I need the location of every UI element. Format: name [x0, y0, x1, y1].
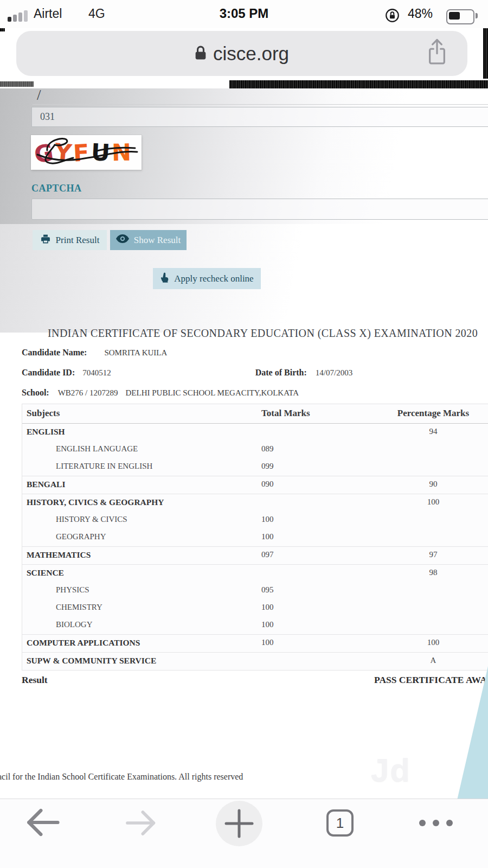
subject-cell: HISTORY & CIVICS [56, 515, 127, 524]
form-divider [33, 104, 488, 105]
table-row: SUPW & COMMUNITY SERVICEA [22, 652, 488, 670]
certificate-title: INDIAN CERTIFICATE OF SECONDARY EDUCATIO… [48, 327, 478, 340]
photo-noise-midband-left [0, 81, 34, 87]
school-name-value: DELHI PUBLIC SCHOOL MEGACITY,KOLKATA [126, 388, 299, 397]
header-percentage-marks: Percentage Marks [389, 408, 478, 419]
percentage-marks-cell: 97 [389, 550, 478, 559]
candidate-name-label: Candidate Name: [22, 348, 87, 357]
candidate-id-row: Candidate ID: 7040512 Date of Birth: 14/… [22, 368, 352, 378]
table-row: PHYSICS095 [22, 582, 488, 599]
candidate-id-label: Candidate ID: [22, 368, 75, 377]
copyright-text: acil for the Indian School Certificate E… [0, 772, 243, 782]
subject-cell: GEOGRAPHY [56, 532, 106, 541]
captcha-input[interactable] [31, 199, 488, 220]
table-row: SCIENCE98 [22, 564, 488, 582]
candidate-name-value: SOMRITA KUILA [104, 348, 167, 357]
percentage-marks-cell: 94 [389, 427, 478, 436]
percentage-marks-cell: 98 [389, 568, 478, 577]
subject-cell: SCIENCE [27, 568, 64, 578]
photo-blue-wedge [455, 666, 488, 799]
table-row: BENGALI09090 [22, 476, 488, 494]
dob-value: 14/07/2003 [316, 368, 352, 377]
school-code-value: WB276 / 1207289 [58, 388, 118, 397]
subject-cell: HISTORY, CIVICS & GEOGRAPHY [27, 497, 164, 507]
percentage-marks-cell: 90 [389, 480, 478, 489]
subject-cell: MATHEMATICS [27, 550, 91, 560]
apply-recheck-button[interactable]: Apply recheck online [153, 268, 261, 289]
dob-label: Date of Birth: [255, 368, 307, 377]
marks-table: Subjects Total Marks Percentage Marks EN… [22, 404, 488, 671]
total-marks-cell: 100 [261, 515, 321, 524]
marks-table-body: ENGLISH94ENGLISH LANGUAGE089LITERATURE I… [22, 424, 488, 670]
jd-watermark: Jd [371, 751, 411, 789]
table-row: COMPUTER APPLICATIONS100100 [22, 634, 488, 652]
print-result-button[interactable]: Print Result [33, 230, 107, 250]
table-row: LITERATURE IN ENGLISH099 [22, 458, 488, 476]
subject-cell: BENGALI [27, 480, 66, 489]
table-row: GEOGRAPHY100 [22, 529, 488, 546]
captcha-label: CAPTCHA [31, 183, 82, 194]
percentage-marks-cell: A [389, 656, 478, 665]
total-marks-cell: 090 [261, 480, 321, 489]
back-button[interactable] [25, 806, 61, 841]
table-row: HISTORY & CIVICS100 [22, 512, 488, 529]
rotation-lock-icon [385, 8, 400, 25]
battery-icon [446, 9, 474, 24]
ellipsis-dot [419, 820, 426, 826]
school-row: School: WB276 / 1207289 DELHI PUBLIC SCH… [22, 388, 299, 398]
address-bar[interactable]: cisce.org [16, 31, 467, 76]
tab-count-label: 1 [336, 815, 344, 832]
table-row: MATHEMATICS09797 [22, 546, 488, 564]
printer-icon [40, 234, 51, 247]
show-result-button[interactable]: Show Result [110, 230, 187, 250]
ellipsis-dot [446, 820, 453, 826]
forward-button[interactable] [125, 808, 157, 840]
marks-table-header: Subjects Total Marks Percentage Marks [22, 404, 488, 424]
truncated-label-slash: / [37, 87, 41, 104]
table-row: HISTORY, CIVICS & GEOGRAPHY100 [22, 494, 488, 512]
subject-cell: COMPUTER APPLICATIONS [27, 638, 140, 648]
total-marks-cell: 100 [261, 620, 321, 629]
tabs-button[interactable]: 1 [326, 809, 354, 837]
subject-cell: ENGLISH [27, 427, 65, 437]
result-label: Result [22, 674, 48, 686]
subject-cell: BIOLOGY [56, 620, 93, 629]
new-tab-button[interactable] [216, 801, 262, 846]
subject-cell: PHYSICS [56, 585, 89, 595]
eye-icon [116, 234, 129, 246]
subject-cell: ENGLISH LANGUAGE [56, 444, 138, 454]
battery-percent-label: 48% [408, 7, 433, 21]
percentage-marks-cell: 100 [389, 497, 478, 507]
ellipsis-dot [433, 820, 439, 826]
apply-recheck-label: Apply recheck online [174, 273, 253, 284]
total-marks-cell: 100 [261, 603, 321, 612]
show-result-label: Show Result [134, 235, 181, 246]
table-row: BIOLOGY100 [22, 617, 488, 634]
hand-pointer-icon [160, 272, 169, 286]
subject-cell: CHEMISTRY [56, 603, 102, 612]
padlock-icon [195, 45, 207, 62]
index-number-input[interactable]: 031 [31, 107, 488, 127]
share-icon[interactable] [426, 38, 448, 68]
subject-cell: SUPW & COMMUNITY SERVICE [27, 656, 156, 666]
battery-nub [476, 13, 478, 18]
subject-cell: LITERATURE IN ENGLISH [56, 462, 152, 471]
photo-noise-right-sliver [483, 27, 488, 79]
print-result-label: Print Result [56, 235, 100, 246]
total-marks-cell: 089 [261, 444, 321, 454]
candidate-name-row: Candidate Name: SOMRITA KUILA [22, 348, 167, 358]
status-bar: Airtel 4G 3:05 PM 48% [0, 0, 488, 28]
result-value: PASS CERTIFICATE AWARDED [374, 674, 488, 686]
header-total-marks: Total Marks [261, 408, 310, 419]
header-subjects: Subjects [27, 408, 60, 419]
total-marks-cell: 099 [261, 462, 321, 471]
captcha-scribble [31, 135, 142, 170]
total-marks-cell: 097 [261, 550, 321, 559]
school-label: School: [22, 388, 49, 397]
table-row: ENGLISH LANGUAGE089 [22, 441, 488, 458]
table-row: ENGLISH94 [22, 424, 488, 441]
total-marks-cell: 095 [261, 585, 321, 595]
captcha-image: GYFUN [31, 135, 142, 170]
total-marks-cell: 100 [261, 638, 321, 647]
total-marks-cell: 100 [261, 532, 321, 541]
